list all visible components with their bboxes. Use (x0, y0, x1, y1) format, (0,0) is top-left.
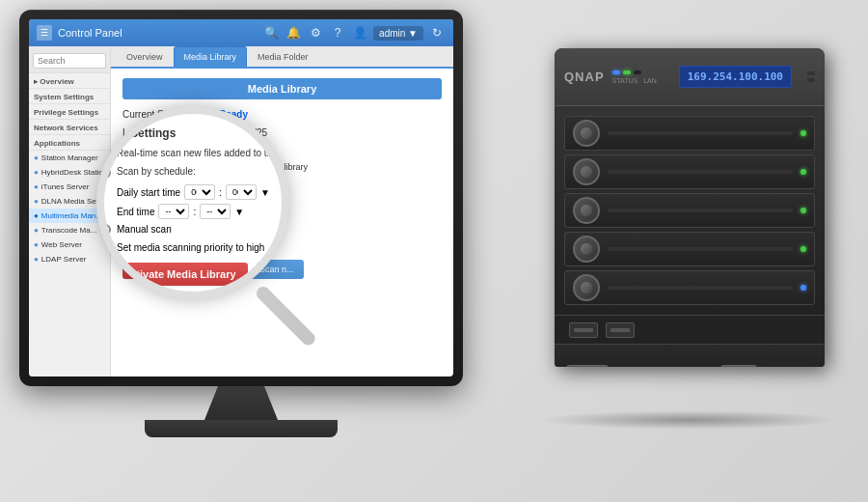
monitor-base (145, 420, 338, 437)
end-time-row: End time -- : -- ▼ (137, 209, 442, 224)
refresh-icon[interactable]: ↻ (428, 24, 446, 42)
breadcrumb: Control Panel (58, 27, 257, 39)
status-label: Current Status: (122, 109, 219, 120)
daily-start-label: Daily start time (137, 194, 195, 204)
action-buttons: Deactivate Media Library Scan n... (122, 260, 442, 279)
update-value: 2015/08/25 (219, 127, 267, 138)
sidebar-item-station-manager[interactable]: ● Station Manager (29, 151, 110, 165)
radio-schedule-circle[interactable] (122, 177, 132, 186)
sidebar-item-multimedia[interactable]: ● Multimedia Man... (29, 209, 110, 223)
content-area: Media Library Current Status: Ready Last… (111, 69, 453, 376)
screen-body: ▸ Overview System Settings Privilege Set… (29, 46, 453, 376)
checkbox-priority[interactable]: Set media scanning priority to high (122, 242, 442, 252)
radio-schedule[interactable]: Scan by schedule: (122, 177, 442, 186)
scan-button[interactable]: Scan n... (250, 260, 304, 279)
nas-top-panel: QNAP STATUS LAN 169.254.100.100 (555, 48, 825, 106)
search-input[interactable] (33, 53, 106, 69)
end-hour-select[interactable]: -- (176, 209, 203, 224)
deactivate-button[interactable]: Deactivate Media Library (122, 260, 244, 279)
radio-manual-circle[interactable] (122, 228, 132, 237)
nas-power-button[interactable]: POWER (566, 365, 609, 367)
nas-lan-label: LAN (643, 77, 657, 84)
nas-led-status (612, 70, 620, 74)
main-content: Overview Media Library Media Folder Medi… (111, 46, 453, 376)
sidebar-item-dlna[interactable]: ● DLNA Media Serv... (29, 194, 110, 209)
sidebar-item-hybriddesk[interactable]: ● HybridDesk Station (29, 165, 110, 180)
tab-media-folder[interactable]: Media Folder (247, 46, 319, 67)
nas-brand: QNAP (564, 70, 605, 84)
sidebar-item-itunes[interactable]: ● iTunes Server (29, 180, 110, 194)
sidebar-section-system: System Settings (29, 89, 110, 104)
sidebar-section-overview: ▸ Overview (29, 73, 110, 89)
monitor-bezel: ☰ Control Panel 🔍 🔔 ⚙ ? 👤 admin ▼ ↻ (19, 10, 463, 386)
time-arrow: ▼ (266, 194, 275, 204)
bell-icon[interactable]: 🔔 (285, 24, 302, 42)
tabs-bar: Overview Media Library Media Folder (111, 46, 453, 69)
nas-ip-display: 169.254.100.100 (679, 66, 792, 88)
nas-drive-icon-3 (573, 197, 600, 224)
status-row: Current Status: Ready (122, 109, 442, 120)
time-colon-2: : (206, 212, 209, 222)
tab-overview[interactable]: Overview (116, 46, 174, 67)
monitor-stand (203, 386, 280, 425)
nas-drive-5 (564, 270, 815, 305)
radio-manual[interactable]: Manual scan (122, 228, 442, 237)
nas-drive-3 (564, 193, 815, 228)
nas-drive-light-3 (800, 208, 806, 213)
monitor-screen: ☰ Control Panel 🔍 🔔 ⚙ ? 👤 admin ▼ ↻ (29, 19, 453, 376)
daily-start-time-row: Daily start time 00 : 00 ▼ (137, 191, 442, 206)
nas-led-lan (623, 70, 631, 74)
search-icon[interactable]: 🔍 (262, 24, 280, 42)
end-time-arrow: ▼ (243, 212, 252, 222)
checkbox-priority-box[interactable] (122, 242, 132, 252)
nas-drive-icon-5 (573, 274, 600, 301)
monitor: ☰ Control Panel 🔍 🔔 ⚙ ? 👤 admin ▼ ↻ (19, 10, 482, 454)
nas-status-label: STATUS (612, 77, 638, 84)
nas-drive-light-4 (800, 246, 806, 252)
nas-device: QNAP STATUS LAN 169.254.100.100 (540, 48, 839, 415)
sidebar-item-web[interactable]: ● Web Server (29, 237, 110, 252)
nas-body: QNAP STATUS LAN 169.254.100.100 (555, 48, 825, 367)
update-label: Last update: (122, 127, 219, 138)
update-row: Last update: 2015/08/25 (122, 127, 442, 138)
sidebar-section-privilege: Privilege Settings (29, 104, 110, 120)
screen-topbar: ☰ Control Panel 🔍 🔔 ⚙ ? 👤 admin ▼ ↻ (29, 19, 453, 46)
sidebar-search (29, 46, 110, 73)
user-icon[interactable]: 👤 (351, 24, 368, 42)
nas-drive-icon-2 (573, 158, 600, 185)
sidebar-item-transcode[interactable]: ● Transcode Ma... (29, 223, 110, 237)
nas-shadow (540, 410, 839, 430)
end-min-select[interactable]: -- (212, 209, 239, 224)
nas-drive-2 (564, 154, 815, 189)
checkbox-priority-label: Set media scanning priority to high (137, 242, 270, 252)
nas-drives (555, 106, 825, 315)
radio-realtime-label: Real-time scan new files added to the li… (137, 162, 308, 172)
user-label[interactable]: admin ▼ (373, 26, 423, 41)
tab-media-library[interactable]: Media Library (174, 46, 248, 67)
sidebar-item-ldap[interactable]: ● LDAP Server (29, 252, 110, 266)
scan-settings-title: Scan Settings (122, 146, 442, 156)
nas-drive-4 (564, 232, 815, 266)
menu-icon[interactable]: ☰ (37, 25, 52, 41)
radio-schedule-label: Scan by schedule: (137, 177, 208, 186)
sidebar-section-network: Network Services (29, 120, 110, 135)
sidebar: ▸ Overview System Settings Privilege Set… (29, 46, 111, 376)
nas-drive-icon-4 (573, 236, 600, 263)
radio-manual-label: Manual scan (137, 228, 186, 237)
start-min-select[interactable]: 00 (235, 191, 262, 206)
help-icon[interactable]: ? (329, 24, 346, 42)
nas-bottom-panel: POWER COPY (555, 344, 825, 367)
radio-realtime-circle[interactable] (122, 162, 132, 172)
time-colon-1: : (230, 194, 232, 204)
topbar-icons-right: 🔍 🔔 ⚙ ? 👤 admin ▼ ↻ (262, 24, 446, 42)
nas-copy-button[interactable]: COPY (720, 365, 757, 367)
sidebar-section-apps: Applications (29, 135, 110, 151)
section-title: Media Library (122, 78, 442, 99)
gear-icon[interactable]: ⚙ (307, 24, 324, 42)
start-hour-select[interactable]: 00 (199, 191, 226, 206)
radio-realtime[interactable]: Real-time scan new files added to the li… (122, 162, 442, 172)
nas-drive-1 (564, 116, 815, 151)
nas-drive-icon-1 (573, 120, 600, 147)
nas-drive-light-1 (800, 130, 806, 136)
nas-drive-light-2 (800, 169, 806, 175)
